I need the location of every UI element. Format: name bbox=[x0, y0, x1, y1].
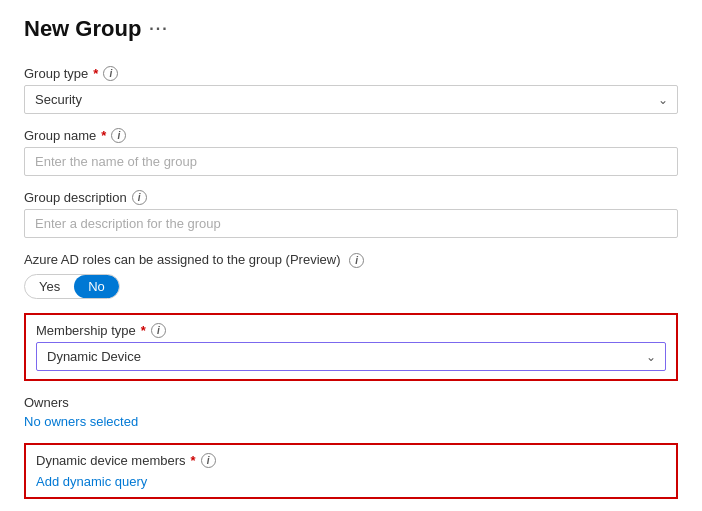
group-description-section: Group description i bbox=[24, 190, 678, 238]
membership-type-select[interactable]: Assigned Dynamic User Dynamic Device bbox=[36, 342, 666, 371]
page-title-section: New Group ··· bbox=[24, 16, 678, 42]
group-description-label: Group description i bbox=[24, 190, 678, 205]
membership-type-select-wrapper: Assigned Dynamic User Dynamic Device ⌄ bbox=[36, 342, 666, 371]
azure-ad-roles-toggle: Yes No bbox=[24, 274, 120, 299]
group-name-info-icon[interactable]: i bbox=[111, 128, 126, 143]
azure-ad-roles-label: Azure AD roles can be assigned to the gr… bbox=[24, 252, 678, 268]
group-name-section: Group name * i bbox=[24, 128, 678, 176]
toggle-yes-button[interactable]: Yes bbox=[25, 275, 74, 298]
dynamic-members-info-icon[interactable]: i bbox=[201, 453, 216, 468]
required-star-membership: * bbox=[141, 323, 146, 338]
more-options-icon[interactable]: ··· bbox=[149, 20, 168, 38]
required-star-dynamic: * bbox=[191, 453, 196, 468]
group-type-section: Group type * i Security Microsoft 365 ⌄ bbox=[24, 66, 678, 114]
membership-type-box: Membership type * i Assigned Dynamic Use… bbox=[24, 313, 678, 381]
add-dynamic-query-link[interactable]: Add dynamic query bbox=[36, 474, 147, 489]
required-star: * bbox=[93, 66, 98, 81]
owners-label: Owners bbox=[24, 395, 678, 410]
azure-ad-roles-info-icon[interactable]: i bbox=[349, 253, 364, 268]
membership-type-label: Membership type * i bbox=[36, 323, 666, 338]
page-title: New Group bbox=[24, 16, 141, 42]
group-name-input[interactable] bbox=[24, 147, 678, 176]
toggle-no-button[interactable]: No bbox=[74, 275, 119, 298]
group-name-label: Group name * i bbox=[24, 128, 678, 143]
group-description-input[interactable] bbox=[24, 209, 678, 238]
group-type-label: Group type * i bbox=[24, 66, 678, 81]
group-type-info-icon[interactable]: i bbox=[103, 66, 118, 81]
group-description-info-icon[interactable]: i bbox=[132, 190, 147, 205]
owners-section: Owners No owners selected bbox=[24, 395, 678, 429]
group-type-select[interactable]: Security Microsoft 365 bbox=[24, 85, 678, 114]
group-type-select-wrapper: Security Microsoft 365 ⌄ bbox=[24, 85, 678, 114]
dynamic-members-label: Dynamic device members * i bbox=[36, 453, 666, 468]
membership-type-info-icon[interactable]: i bbox=[151, 323, 166, 338]
required-star-name: * bbox=[101, 128, 106, 143]
dynamic-members-box: Dynamic device members * i Add dynamic q… bbox=[24, 443, 678, 499]
no-owners-selected-link[interactable]: No owners selected bbox=[24, 414, 138, 429]
azure-ad-roles-section: Azure AD roles can be assigned to the gr… bbox=[24, 252, 678, 299]
